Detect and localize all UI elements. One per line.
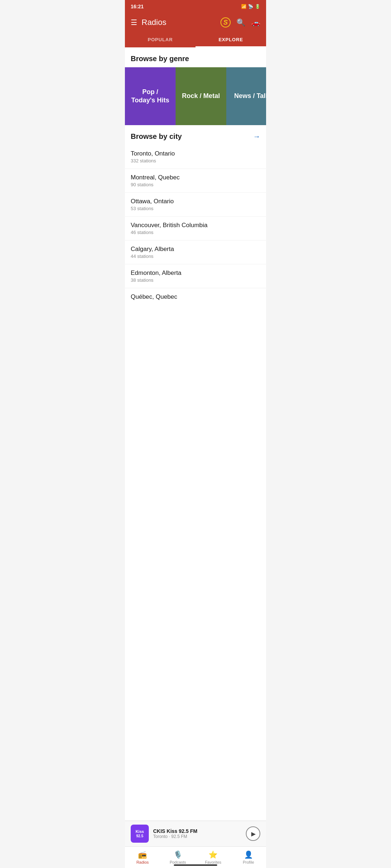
car-mode-icon[interactable]: 🚗 (251, 18, 260, 27)
city-item-vancouver[interactable]: Vancouver, British Columbia 46 stations (125, 217, 266, 241)
city-name-ottawa: Ottawa, Ontario (131, 198, 260, 205)
status-bar: 16:21 📶 📡 🔋 (125, 0, 266, 13)
main-tabs: POPULAR EXPLORE (125, 32, 266, 47)
station-logo-text: Kiss 92.5 (135, 829, 144, 838)
live-badge-icon[interactable]: S (220, 17, 231, 27)
city-item-edmonton[interactable]: Edmonton, Alberta 38 stations (125, 264, 266, 288)
play-icon: ▶ (251, 830, 256, 837)
city-name-calgary: Calgary, Alberta (131, 246, 260, 253)
header-title: Radios (142, 18, 216, 27)
app-header: ☰ Radios S 🔍 🚗 (125, 13, 266, 32)
city-item-montreal[interactable]: Montreal, Quebec 90 stations (125, 169, 266, 193)
city-name-toronto: Toronto, Ontario (131, 150, 260, 157)
city-stations-edmonton: 38 stations (131, 277, 260, 283)
tab-popular[interactable]: POPULAR (125, 32, 196, 47)
city-name-vancouver: Vancouver, British Columbia (131, 222, 260, 229)
city-list: Toronto, Ontario 332 stations Montreal, … (125, 144, 266, 308)
browse-genre-title: Browse by genre (125, 47, 266, 67)
search-icon[interactable]: 🔍 (236, 18, 245, 27)
genre-card-rock[interactable]: Rock / Metal (176, 67, 226, 125)
browse-city-section: Browse by city → Toronto, Ontario 332 st… (125, 125, 266, 308)
header-actions: S 🔍 🚗 (220, 17, 260, 27)
genre-label-rock: Rock / Metal (179, 89, 223, 103)
station-info: CKIS Kiss 92.5 FM Toronto · 92.5 FM (153, 828, 241, 839)
browse-genre-section: Browse by genre Pop /Today's Hits Rock /… (125, 47, 266, 125)
battery-icon: 🔋 (255, 4, 260, 9)
tab-explore[interactable]: EXPLORE (196, 32, 266, 47)
status-time: 16:21 (131, 4, 144, 9)
city-stations-toronto: 332 stations (131, 158, 260, 163)
wifi-icon: 📶 (241, 4, 247, 9)
play-button[interactable]: ▶ (246, 826, 260, 841)
main-content: Browse by genre Pop /Today's Hits Rock /… (125, 47, 266, 843)
menu-icon[interactable]: ☰ (131, 18, 137, 27)
city-name-edmonton: Edmonton, Alberta (131, 269, 260, 277)
city-stations-ottawa: 53 stations (131, 206, 260, 211)
city-item-calgary[interactable]: Calgary, Alberta 44 stations (125, 241, 266, 264)
city-item-quebec[interactable]: Québec, Quebec (125, 288, 266, 306)
genre-label-pop: Pop /Today's Hits (129, 85, 172, 108)
city-name-quebec: Québec, Quebec (131, 293, 260, 301)
station-sub: Toronto · 92.5 FM (153, 834, 241, 839)
browse-city-title: Browse by city (131, 132, 182, 141)
city-stations-montreal: 90 stations (131, 182, 260, 187)
genre-scroll: Pop /Today's Hits Rock / Metal News / Ta… (125, 67, 266, 125)
city-name-montreal: Montreal, Quebec (131, 174, 260, 181)
genre-card-pop[interactable]: Pop /Today's Hits (125, 67, 176, 125)
mini-player: Kiss 92.5 CKIS Kiss 92.5 FM Toronto · 92… (125, 821, 266, 843)
city-stations-calgary: 44 stations (131, 254, 260, 259)
station-name: CKIS Kiss 92.5 FM (153, 828, 241, 834)
browse-city-arrow[interactable]: → (253, 132, 260, 141)
signal-icon: 📡 (248, 4, 253, 9)
status-icons: 📶 📡 🔋 (241, 4, 260, 9)
genre-label-news: News / Talk (231, 89, 266, 103)
city-item-toronto[interactable]: Toronto, Ontario 332 stations (125, 145, 266, 169)
city-item-ottawa[interactable]: Ottawa, Ontario 53 stations (125, 193, 266, 217)
city-stations-vancouver: 46 stations (131, 230, 260, 235)
station-logo: Kiss 92.5 (131, 825, 149, 843)
genre-card-news[interactable]: News / Talk (226, 67, 266, 125)
browse-city-header: Browse by city → (125, 125, 266, 144)
